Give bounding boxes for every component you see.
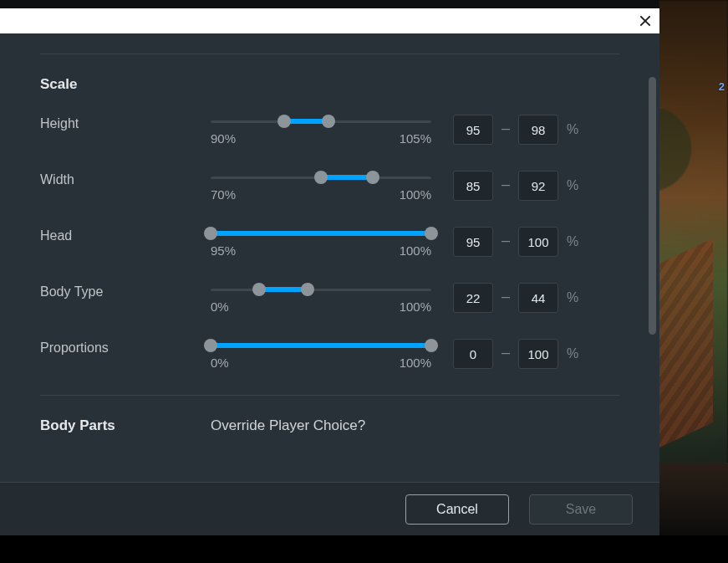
- slider-min-label: 90%: [211, 131, 236, 146]
- slider-handle-min[interactable]: [204, 339, 217, 352]
- scale-label-bodytype: Body Type: [40, 283, 189, 299]
- modal-top-strip: [0, 0, 659, 8]
- range-dash: –: [501, 232, 510, 249]
- slider-max-label: 100%: [400, 299, 431, 314]
- range-inputs-head: –%: [453, 227, 619, 257]
- scale-label-proportions: Proportions: [40, 339, 189, 356]
- slider-proportions: 0%100%: [211, 339, 431, 370]
- range-max-input-bodytype[interactable]: [518, 283, 558, 313]
- range-unit: %: [567, 346, 578, 361]
- range-min-input-proportions[interactable]: [453, 339, 493, 369]
- scale-section-title: Scale: [40, 76, 619, 93]
- scale-label-head: Head: [40, 227, 189, 243]
- section-divider: [40, 395, 619, 396]
- slider-max-label: 100%: [400, 187, 431, 202]
- slider-handle-min[interactable]: [252, 283, 266, 296]
- scale-row-proportions: Proportions0%100%–%: [40, 339, 619, 370]
- distance-marker: 2: [719, 80, 725, 93]
- slider-min-label: 0%: [211, 299, 229, 314]
- body-parts-title: Body Parts: [40, 417, 189, 434]
- slider-min-label: 95%: [211, 243, 236, 258]
- slider-handle-max[interactable]: [322, 115, 335, 128]
- range-min-input-height[interactable]: [453, 115, 493, 145]
- game-bottom-bar: [0, 535, 728, 563]
- slider-max-label: 100%: [400, 243, 431, 258]
- scale-row-width: Width70%100%–%: [40, 171, 619, 202]
- modal-header-bar: [0, 8, 659, 33]
- scale-row-bodytype: Body Type0%100%–%: [40, 283, 619, 314]
- slider-handle-max[interactable]: [366, 171, 379, 184]
- scale-row-head: Head95%100%–%: [40, 227, 619, 258]
- slider-bodytype: 0%100%: [211, 283, 431, 314]
- body-parts-override-question: Override Player Choice?: [211, 417, 619, 434]
- modal-scroll-area: Scale Height90%105%–%Width70%100%–%Head9…: [0, 33, 659, 482]
- slider-range: [211, 343, 431, 348]
- slider-height: 90%105%: [211, 115, 431, 146]
- range-min-input-head[interactable]: [453, 227, 493, 257]
- slider-handle-min[interactable]: [277, 115, 291, 128]
- slider-handle-min[interactable]: [204, 227, 217, 240]
- range-dash: –: [501, 288, 510, 305]
- slider-min-label: 0%: [211, 356, 229, 370]
- scale-label-height: Height: [40, 115, 189, 131]
- scale-label-width: Width: [40, 171, 189, 187]
- range-max-input-width[interactable]: [518, 171, 558, 201]
- slider-handle-max[interactable]: [301, 283, 314, 296]
- range-inputs-width: –%: [453, 171, 619, 201]
- range-max-input-height[interactable]: [518, 115, 558, 145]
- slider-track[interactable]: [211, 289, 431, 291]
- range-unit: %: [567, 290, 578, 305]
- range-dash: –: [501, 120, 510, 137]
- slider-max-label: 105%: [400, 131, 431, 146]
- range-unit: %: [567, 122, 578, 137]
- slider-handle-min[interactable]: [314, 171, 328, 184]
- scale-row-height: Height90%105%–%: [40, 115, 619, 146]
- range-min-input-width[interactable]: [453, 171, 493, 201]
- slider-max-label: 100%: [400, 356, 431, 370]
- cancel-button[interactable]: Cancel: [405, 494, 509, 525]
- modal-footer: Cancel Save: [0, 482, 659, 535]
- avatar-settings-modal: Scale Height90%105%–%Width70%100%–%Head9…: [0, 33, 659, 535]
- range-max-input-proportions[interactable]: [518, 339, 558, 369]
- range-dash: –: [501, 176, 510, 193]
- section-divider: [40, 54, 619, 54]
- range-unit: %: [567, 234, 578, 249]
- close-icon[interactable]: [639, 14, 652, 28]
- range-max-input-head[interactable]: [518, 227, 558, 257]
- slider-width: 70%100%: [211, 171, 431, 202]
- range-unit: %: [567, 178, 578, 193]
- slider-range: [211, 231, 431, 236]
- range-inputs-bodytype: –%: [453, 283, 619, 313]
- range-inputs-proportions: –%: [453, 339, 619, 369]
- range-inputs-height: –%: [453, 115, 619, 145]
- slider-handle-max[interactable]: [425, 339, 438, 352]
- range-dash: –: [501, 344, 510, 361]
- scrollbar-thumb[interactable]: [649, 77, 656, 335]
- slider-handle-max[interactable]: [425, 227, 438, 240]
- slider-head: 95%100%: [211, 227, 431, 258]
- slider-range: [321, 175, 373, 180]
- range-min-input-bodytype[interactable]: [453, 283, 493, 313]
- save-button: Save: [529, 494, 633, 525]
- slider-min-label: 70%: [211, 187, 236, 202]
- body-parts-row: Body Parts Override Player Choice?: [40, 417, 619, 434]
